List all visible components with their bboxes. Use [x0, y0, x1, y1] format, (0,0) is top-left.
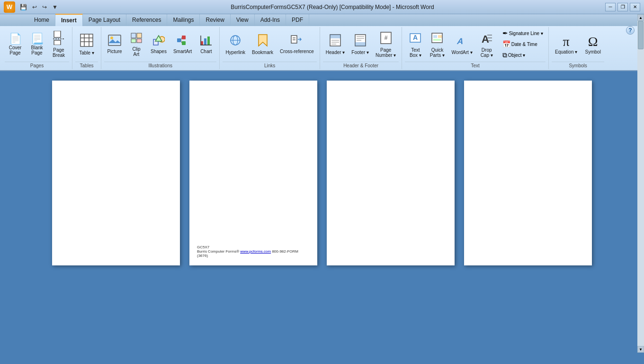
header-footer-items: Header ▾ Footer ▾ [323, 28, 399, 61]
ribbon-group-links: Hyperlink Bookmark [220, 27, 320, 69]
page-1 [52, 81, 180, 265]
quick-parts-button[interactable]: QuickParts ▾ [427, 29, 447, 60]
text-side-items: ✒ Signature Line ▾ 📅 Date & Time ⧉ Objec… [500, 28, 546, 61]
svg-rect-2 [54, 40, 61, 45]
cover-page-button[interactable]: 📄 CoverPage [5, 32, 26, 57]
undo-button[interactable]: ↩ [30, 3, 39, 11]
scroll-track [637, 21, 644, 346]
svg-text:A: A [456, 36, 464, 46]
equation-label: Equation ▾ [555, 49, 577, 55]
chart-label: Chart [200, 49, 212, 54]
quick-parts-label: QuickParts ▾ [430, 47, 445, 58]
redo-button[interactable]: ↪ [40, 3, 49, 11]
illustrations-items: Picture ClipArt [104, 28, 216, 61]
cross-reference-button[interactable]: Cross-reference [277, 33, 317, 56]
svg-rect-20 [182, 41, 186, 45]
bookmark-button[interactable]: Bookmark [249, 32, 276, 57]
drop-cap-button[interactable]: A DropCap ▾ [476, 29, 497, 60]
footer-line2: Burris Computer Forms® www.pcforms.com 8… [197, 249, 310, 258]
chart-button[interactable]: Chart [196, 33, 216, 56]
page-break-button[interactable]: PageBreak [48, 29, 69, 60]
ribbon-content: 📄 CoverPage 📃 BlankPage PageB [0, 26, 644, 70]
svg-rect-36 [330, 35, 340, 38]
smart-art-button[interactable]: SmartArt [170, 33, 195, 56]
drop-cap-icon: A [481, 31, 493, 46]
symbol-label: Symbol [585, 49, 601, 55]
bookmark-label: Bookmark [252, 50, 273, 55]
table-button[interactable]: Table ▾ [75, 31, 98, 58]
clip-art-label: ClipArt [132, 46, 140, 57]
svg-text:#: # [384, 35, 387, 41]
equation-button[interactable]: π Equation ▾ [552, 32, 581, 57]
restore-button[interactable]: ❐ [617, 3, 628, 11]
clip-art-button[interactable]: ClipArt [126, 30, 147, 59]
svg-rect-24 [204, 38, 206, 45]
tab-review[interactable]: Review [200, 14, 230, 26]
customize-button[interactable]: ▼ [50, 3, 60, 11]
table-icon [80, 33, 94, 49]
minimize-button[interactable]: ─ [605, 3, 616, 11]
svg-line-22 [181, 40, 182, 43]
page-number-label: PageNumber ▾ [376, 47, 396, 58]
page-3 [327, 81, 455, 265]
tab-mailings[interactable]: Mailings [167, 14, 200, 26]
page-break-label: PageBreak [53, 47, 65, 58]
equation-icon: π [563, 34, 570, 49]
ribbon-group-symbols: π Equation ▾ Ω Symbol Symbols [549, 27, 607, 69]
symbol-icon: Ω [588, 34, 598, 49]
cross-reference-label: Cross-reference [280, 49, 314, 54]
page-number-button[interactable]: # PageNumber ▾ [373, 29, 399, 60]
bookmark-icon [258, 34, 268, 49]
date-time-button[interactable]: 📅 Date & Time [500, 39, 546, 49]
blank-page-button[interactable]: 📃 BlankPage [27, 32, 47, 57]
header-icon [329, 34, 341, 49]
header-label: Header ▾ [326, 50, 345, 55]
svg-rect-52 [433, 39, 441, 41]
tab-view[interactable]: View [231, 14, 255, 26]
header-button[interactable]: Header ▾ [323, 32, 348, 57]
date-time-icon: 📅 [502, 40, 510, 48]
scroll-down-button[interactable]: ▼ [637, 346, 644, 353]
svg-rect-8 [108, 35, 121, 46]
close-button[interactable]: ✕ [630, 3, 640, 11]
signature-line-button[interactable]: ✒ Signature Line ▾ [500, 28, 546, 38]
footer-label: Footer ▾ [351, 50, 369, 55]
tab-page-layout[interactable]: Page Layout [83, 14, 126, 26]
tab-add-ins[interactable]: Add-Ins [255, 14, 286, 26]
save-button[interactable]: 💾 [18, 3, 29, 11]
text-group-label: Text [405, 62, 546, 68]
picture-button[interactable]: Picture [104, 33, 125, 56]
footer-button[interactable]: Footer ▾ [349, 32, 372, 57]
blank-page-label: BlankPage [31, 45, 43, 55]
symbol-button[interactable]: Ω Symbol [581, 32, 604, 57]
header-footer-group-label: Header & Footer [323, 62, 399, 68]
pages-container: GC5X7 Burris Computer Forms® www.pcforms… [52, 81, 592, 265]
footer-link[interactable]: www.pcforms.com [240, 249, 271, 254]
tab-references[interactable]: References [126, 14, 167, 26]
help-button[interactable]: ? [626, 26, 635, 35]
ribbon-group-tables: Table ▾ Tables [72, 27, 101, 69]
blank-page-icon: 📃 [31, 34, 44, 44]
scroll-up-button[interactable]: ▲ [637, 14, 644, 21]
shapes-button[interactable]: Shapes [148, 33, 170, 56]
tab-insert[interactable]: Insert [55, 14, 83, 26]
word-art-button[interactable]: A WordArt ▾ [448, 32, 475, 57]
footer-line1: GC5X7 [197, 245, 310, 249]
svg-rect-25 [207, 36, 210, 45]
text-box-button[interactable]: A TextBox ▾ [405, 29, 426, 60]
hyperlink-button[interactable]: Hyperlink [223, 32, 248, 57]
svg-marker-31 [259, 35, 267, 46]
tab-home[interactable]: Home [28, 14, 55, 26]
document-area: GC5X7 Burris Computer Forms® www.pcforms… [0, 71, 644, 364]
ribbon-group-text: A TextBox ▾ QuickParts ▾ [402, 27, 549, 69]
scroll-thumb[interactable] [638, 21, 644, 49]
shapes-icon [152, 35, 165, 48]
tables-group-label: Tables [75, 62, 98, 68]
text-box-icon: A [409, 31, 421, 46]
word-art-icon: A [456, 34, 468, 49]
office-logo: W [4, 1, 15, 13]
svg-rect-51 [438, 35, 442, 38]
object-button[interactable]: ⧉ Object ▾ [500, 50, 546, 61]
tab-pdf[interactable]: PDF [286, 14, 309, 26]
svg-rect-32 [291, 36, 297, 43]
